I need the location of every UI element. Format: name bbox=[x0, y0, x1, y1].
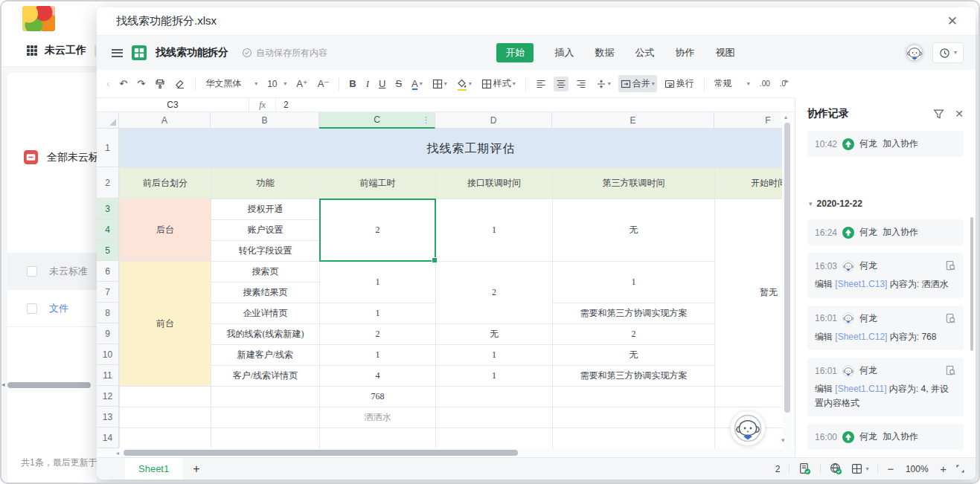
bg-scroll-left-icon[interactable]: ◂ bbox=[1, 381, 5, 388]
back-button[interactable]: ‹ bbox=[104, 77, 112, 91]
date-group[interactable]: ▾2020-12-22 bbox=[809, 199, 964, 209]
number-format-select[interactable]: 常规▾ bbox=[712, 75, 752, 92]
hamburger-menu-icon[interactable] bbox=[112, 49, 123, 57]
tab-公式[interactable]: 公式 bbox=[635, 46, 654, 59]
font-family-select[interactable]: 华文黑体▾ bbox=[203, 75, 260, 92]
grid-cell[interactable]: 客户/线索详情页 bbox=[211, 365, 320, 387]
formula-input[interactable]: 2 bbox=[276, 98, 795, 112]
fx-icon[interactable]: fx bbox=[249, 98, 276, 112]
apps-grid-icon[interactable] bbox=[27, 45, 37, 56]
bold-button[interactable]: B bbox=[347, 77, 358, 91]
add-sheet-button[interactable]: + bbox=[193, 462, 199, 476]
toolbar-overflow-icon[interactable]: ▸ bbox=[785, 77, 973, 85]
grid-cell[interactable]: 新建客户/线索 bbox=[211, 344, 320, 366]
grid-cell[interactable]: 无 bbox=[552, 199, 715, 262]
grid-cell[interactable]: 企业详情页 bbox=[211, 303, 320, 324]
row-header-14[interactable]: 14 bbox=[97, 427, 119, 448]
activity-entry[interactable]: 16:03 何龙 编辑 [Sheet1.C13] 内容为: 洒洒水 bbox=[807, 253, 964, 298]
grid-cell[interactable]: 2 bbox=[319, 323, 436, 345]
grid-cell[interactable]: 2 bbox=[552, 323, 715, 345]
row-header-9[interactable]: 9 bbox=[97, 323, 119, 344]
column-header-D[interactable]: D bbox=[435, 112, 552, 129]
row-header-2[interactable]: 2 bbox=[97, 167, 119, 199]
grid-cell[interactable]: 搜素结果页 bbox=[211, 282, 320, 303]
cell-ref-link[interactable]: [Sheet1.C12] bbox=[835, 332, 887, 342]
align-left-button[interactable] bbox=[534, 77, 548, 91]
background-scrollbar[interactable] bbox=[7, 382, 91, 388]
spreadsheet-grid[interactable]: ABC⋮DEF1234567891011121314找线索工期评估前后台划分功能… bbox=[97, 112, 782, 448]
horizontal-scrollbar[interactable]: ◂ bbox=[97, 448, 795, 457]
column-header-B[interactable]: B bbox=[211, 112, 319, 129]
horizontal-scroll-thumb[interactable] bbox=[124, 450, 518, 456]
cell-reference-box[interactable]: C3 bbox=[97, 98, 249, 112]
row-header-4[interactable]: 4 bbox=[97, 219, 119, 240]
view-detail-icon[interactable] bbox=[945, 365, 956, 376]
row-header-6[interactable]: 6 bbox=[97, 261, 119, 282]
background-table-row[interactable]: 文件 bbox=[7, 290, 97, 327]
tab-开始[interactable]: 开始 bbox=[496, 43, 534, 62]
grid-cell[interactable]: 1 bbox=[319, 344, 436, 366]
history-button[interactable]: ▾ bbox=[932, 42, 964, 63]
grid-cell[interactable]: 768 bbox=[319, 386, 436, 407]
strikethrough-button[interactable]: S bbox=[393, 77, 404, 91]
redo-button[interactable]: ↷ bbox=[135, 77, 147, 91]
borders-button[interactable]: ▾ bbox=[430, 77, 449, 91]
grid-cell[interactable]: 需要和第三方协调实现方案 bbox=[552, 303, 715, 324]
grid-cell[interactable]: 找线索工期评估 bbox=[119, 129, 782, 168]
zoom-level[interactable]: 100% bbox=[903, 464, 931, 474]
row-header-7[interactable]: 7 bbox=[97, 282, 119, 303]
view-detail-icon[interactable] bbox=[945, 260, 956, 271]
view-mode-button[interactable]: ▾ bbox=[851, 463, 868, 474]
vertical-scrollbar[interactable]: ▴ bbox=[783, 112, 792, 448]
row-header-3[interactable]: 3 bbox=[97, 199, 119, 219]
grid-cell[interactable]: 开始时间 bbox=[714, 167, 782, 199]
undo-button[interactable]: ↶ bbox=[117, 77, 129, 91]
column-header-C[interactable]: C⋮ bbox=[319, 112, 435, 129]
share-status-icon[interactable] bbox=[830, 462, 842, 475]
grid-cell[interactable]: 1 bbox=[435, 365, 553, 387]
select-all-corner[interactable] bbox=[97, 112, 119, 129]
row-header-10[interactable]: 10 bbox=[97, 344, 119, 365]
grid-cell[interactable]: 洒洒水 bbox=[319, 407, 436, 428]
clear-format-icon[interactable] bbox=[173, 77, 188, 91]
grid-cell[interactable]: 搜索页 bbox=[211, 261, 320, 283]
row-checkbox[interactable] bbox=[27, 303, 37, 314]
tab-协作[interactable]: 协作 bbox=[675, 46, 694, 59]
grid-cell[interactable]: 功能 bbox=[211, 167, 320, 199]
activity-entry[interactable]: 16:24 何龙 加入协作 bbox=[807, 219, 964, 245]
grid-cell[interactable]: 前台 bbox=[119, 261, 211, 387]
activity-entry[interactable]: 10:42 何龙 加入协作 bbox=[807, 131, 964, 157]
grid-cell[interactable]: 2 bbox=[319, 199, 436, 262]
vertical-scroll-thumb[interactable] bbox=[784, 123, 790, 413]
grid-cell[interactable]: 无 bbox=[435, 323, 553, 345]
wrap-text-button[interactable]: 换行 bbox=[662, 75, 696, 92]
cell-ref-link[interactable]: [Sheet1.C13] bbox=[835, 279, 887, 289]
tab-视图[interactable]: 视图 bbox=[715, 46, 734, 59]
cell-ref-link[interactable]: [Sheet1.C11] bbox=[835, 384, 886, 394]
merge-cells-button[interactable]: 合并▾ bbox=[618, 75, 657, 92]
tab-数据[interactable]: 数据 bbox=[595, 46, 614, 59]
grid-cell[interactable]: 前端工时 bbox=[319, 167, 436, 199]
grid-cell[interactable]: 接口联调时间 bbox=[435, 167, 553, 199]
view-detail-icon[interactable] bbox=[945, 313, 956, 324]
increase-decimal-button[interactable]: .00 bbox=[758, 78, 772, 90]
grid-cell[interactable]: 2 bbox=[435, 261, 553, 324]
fill-color-button[interactable]: ▾ bbox=[455, 77, 474, 91]
activity-entry[interactable]: 16:00 何龙 加入协作 bbox=[807, 424, 964, 450]
align-center-button[interactable] bbox=[554, 77, 569, 91]
close-icon[interactable]: ✕ bbox=[943, 12, 962, 30]
grid-cell[interactable]: 账户设置 bbox=[211, 219, 320, 241]
italic-button[interactable]: I bbox=[364, 77, 371, 91]
collaborator-avatar[interactable] bbox=[904, 42, 925, 63]
select-all-checkbox[interactable] bbox=[27, 266, 37, 277]
grid-cell[interactable]: 1 bbox=[435, 199, 553, 262]
grid-cell[interactable]: 前后台划分 bbox=[119, 167, 211, 199]
format-painter-icon[interactable] bbox=[153, 77, 167, 91]
grid-cell[interactable]: 转化字段设置 bbox=[211, 240, 320, 262]
scroll-up-icon[interactable]: ▴ bbox=[784, 114, 787, 120]
grid-cell[interactable]: 1 bbox=[319, 261, 436, 303]
font-size-select[interactable]: 10▾ bbox=[265, 77, 289, 91]
row-header-8[interactable]: 8 bbox=[97, 303, 119, 323]
underline-button[interactable]: U bbox=[377, 77, 388, 91]
panel-close-icon[interactable]: ✕ bbox=[955, 108, 964, 120]
